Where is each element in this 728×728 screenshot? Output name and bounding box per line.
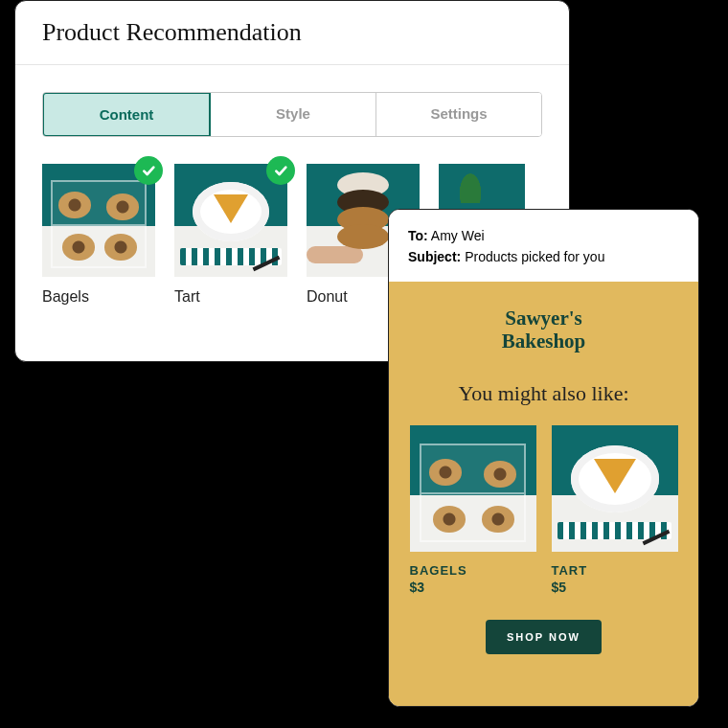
rec-item-bagels[interactable]: BAGELS $3 bbox=[410, 425, 536, 595]
rec-name: TART bbox=[552, 563, 678, 578]
rec-item-tart[interactable]: TART $5 bbox=[552, 425, 678, 595]
rec-name: BAGELS bbox=[410, 563, 536, 578]
tabs: Content Style Settings bbox=[42, 92, 542, 137]
rec-price: $5 bbox=[552, 580, 678, 595]
panel-title: Product Recommendation bbox=[42, 18, 542, 47]
product-item-tart[interactable]: Tart bbox=[174, 164, 287, 306]
email-body: Sawyer's Bakeshop You might also like: B… bbox=[389, 282, 698, 706]
to-label: To: bbox=[408, 228, 428, 243]
recommended-products: BAGELS $3 TART $5 bbox=[406, 425, 681, 595]
tab-content[interactable]: Content bbox=[42, 92, 211, 137]
email-header: To: Amy Wei Subject: Products picked for… bbox=[389, 210, 698, 282]
email-preview-panel: To: Amy Wei Subject: Products picked for… bbox=[388, 209, 699, 707]
rec-thumb-tart bbox=[552, 425, 678, 552]
subject-value: Products picked for you bbox=[465, 249, 604, 264]
recommend-title: You might also like: bbox=[406, 381, 681, 406]
to-value: Amy Wei bbox=[431, 228, 485, 243]
brand-line1: Sawyer's bbox=[406, 307, 681, 330]
tab-style[interactable]: Style bbox=[210, 93, 375, 136]
email-to-line: To: Amy Wei bbox=[408, 225, 679, 246]
subject-label: Subject: bbox=[408, 249, 461, 264]
checkmark-icon bbox=[266, 156, 295, 185]
brand-name: Sawyer's Bakeshop bbox=[406, 307, 681, 353]
product-label: Bagels bbox=[42, 288, 155, 306]
panel-header: Product Recommendation bbox=[15, 1, 569, 65]
checkmark-icon bbox=[134, 156, 163, 185]
tab-settings[interactable]: Settings bbox=[375, 93, 541, 136]
product-label: Tart bbox=[174, 288, 287, 306]
brand-line2: Bakeshop bbox=[406, 330, 681, 353]
product-item-bagels[interactable]: Bagels bbox=[42, 164, 155, 306]
rec-thumb-bagels bbox=[410, 425, 536, 552]
rec-price: $3 bbox=[410, 580, 536, 595]
shop-now-button[interactable]: SHOP NOW bbox=[486, 620, 602, 654]
email-subject-line: Subject: Products picked for you bbox=[408, 246, 679, 267]
